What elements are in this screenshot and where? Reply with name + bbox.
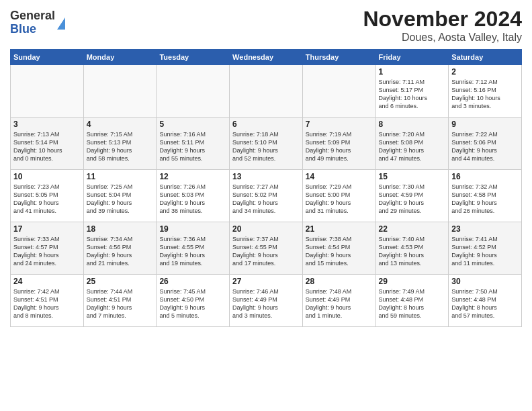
day-info: Sunrise: 7:50 AMSunset: 4:48 PMDaylight:… bbox=[451, 287, 519, 320]
day-number: 12 bbox=[159, 172, 226, 181]
calendar-week-row: 1Sunrise: 7:11 AMSunset: 5:17 PMDaylight… bbox=[11, 65, 522, 118]
day-info: Sunrise: 7:40 AMSunset: 4:53 PMDaylight:… bbox=[379, 235, 446, 268]
day-number: 28 bbox=[306, 277, 373, 286]
table-row bbox=[302, 65, 375, 118]
day-info: Sunrise: 7:34 AMSunset: 4:56 PMDaylight:… bbox=[87, 235, 154, 268]
day-info: Sunrise: 7:25 AMSunset: 5:04 PMDaylight:… bbox=[87, 183, 154, 216]
day-number: 6 bbox=[232, 120, 300, 129]
header: General Blue November 2024 Doues, Aosta … bbox=[10, 7, 522, 44]
day-number: 27 bbox=[232, 277, 300, 286]
day-number: 16 bbox=[451, 172, 519, 181]
title-block: November 2024 Doues, Aosta Valley, Italy bbox=[363, 7, 522, 44]
table-row: 9Sunrise: 7:22 AMSunset: 5:06 PMDaylight… bbox=[449, 118, 522, 170]
table-row: 17Sunrise: 7:33 AMSunset: 4:57 PMDayligh… bbox=[11, 222, 84, 275]
table-row: 2Sunrise: 7:12 AMSunset: 5:16 PMDaylight… bbox=[449, 65, 522, 118]
day-number: 22 bbox=[379, 224, 446, 234]
day-info: Sunrise: 7:36 AMSunset: 4:55 PMDaylight:… bbox=[159, 235, 226, 268]
table-row: 26Sunrise: 7:45 AMSunset: 4:50 PMDayligh… bbox=[157, 275, 230, 327]
day-number: 5 bbox=[159, 120, 226, 129]
logo-text: General Blue bbox=[10, 9, 55, 36]
table-row: 1Sunrise: 7:11 AMSunset: 5:17 PMDaylight… bbox=[375, 65, 449, 118]
table-row: 24Sunrise: 7:42 AMSunset: 4:51 PMDayligh… bbox=[11, 275, 84, 327]
day-info: Sunrise: 7:42 AMSunset: 4:51 PMDaylight:… bbox=[13, 287, 81, 320]
col-thursday: Thursday bbox=[302, 50, 375, 65]
day-info: Sunrise: 7:23 AMSunset: 5:05 PMDaylight:… bbox=[13, 183, 81, 216]
table-row: 4Sunrise: 7:15 AMSunset: 5:13 PMDaylight… bbox=[83, 118, 157, 170]
table-row: 10Sunrise: 7:23 AMSunset: 5:05 PMDayligh… bbox=[11, 170, 84, 222]
table-row: 3Sunrise: 7:13 AMSunset: 5:14 PMDaylight… bbox=[11, 118, 84, 170]
col-monday: Monday bbox=[83, 50, 157, 65]
table-row: 6Sunrise: 7:18 AMSunset: 5:10 PMDaylight… bbox=[230, 118, 303, 170]
table-row: 27Sunrise: 7:46 AMSunset: 4:49 PMDayligh… bbox=[230, 275, 303, 327]
day-info: Sunrise: 7:48 AMSunset: 4:49 PMDaylight:… bbox=[306, 287, 373, 320]
day-number: 15 bbox=[379, 172, 446, 181]
day-number: 4 bbox=[87, 120, 154, 129]
day-info: Sunrise: 7:16 AMSunset: 5:11 PMDaylight:… bbox=[159, 130, 226, 163]
calendar-week-row: 17Sunrise: 7:33 AMSunset: 4:57 PMDayligh… bbox=[11, 222, 522, 275]
day-number: 25 bbox=[87, 277, 154, 286]
day-number: 24 bbox=[13, 277, 81, 286]
table-row bbox=[11, 65, 84, 118]
table-row bbox=[230, 65, 303, 118]
page-title: November 2024 bbox=[363, 7, 522, 32]
table-row: 5Sunrise: 7:16 AMSunset: 5:11 PMDaylight… bbox=[157, 118, 230, 170]
table-row: 21Sunrise: 7:38 AMSunset: 4:54 PMDayligh… bbox=[302, 222, 375, 275]
day-info: Sunrise: 7:45 AMSunset: 4:50 PMDaylight:… bbox=[159, 287, 226, 320]
table-row: 19Sunrise: 7:36 AMSunset: 4:55 PMDayligh… bbox=[157, 222, 230, 275]
table-row: 8Sunrise: 7:20 AMSunset: 5:08 PMDaylight… bbox=[375, 118, 449, 170]
calendar-week-row: 10Sunrise: 7:23 AMSunset: 5:05 PMDayligh… bbox=[11, 170, 522, 222]
col-sunday: Sunday bbox=[11, 50, 84, 65]
day-info: Sunrise: 7:27 AMSunset: 5:02 PMDaylight:… bbox=[232, 183, 300, 216]
day-number: 19 bbox=[159, 224, 226, 234]
table-row: 13Sunrise: 7:27 AMSunset: 5:02 PMDayligh… bbox=[230, 170, 303, 222]
day-info: Sunrise: 7:12 AMSunset: 5:16 PMDaylight:… bbox=[451, 78, 519, 111]
col-tuesday: Tuesday bbox=[157, 50, 230, 65]
table-row: 18Sunrise: 7:34 AMSunset: 4:56 PMDayligh… bbox=[83, 222, 157, 275]
day-info: Sunrise: 7:30 AMSunset: 4:59 PMDaylight:… bbox=[379, 183, 446, 216]
day-info: Sunrise: 7:29 AMSunset: 5:00 PMDaylight:… bbox=[306, 183, 373, 216]
day-number: 13 bbox=[232, 172, 300, 181]
calendar-week-row: 3Sunrise: 7:13 AMSunset: 5:14 PMDaylight… bbox=[11, 118, 522, 170]
table-row: 15Sunrise: 7:30 AMSunset: 4:59 PMDayligh… bbox=[375, 170, 449, 222]
table-row bbox=[83, 65, 157, 118]
day-info: Sunrise: 7:44 AMSunset: 4:51 PMDaylight:… bbox=[87, 287, 154, 320]
col-wednesday: Wednesday bbox=[230, 50, 303, 65]
day-number: 1 bbox=[379, 67, 446, 77]
day-number: 29 bbox=[379, 277, 446, 286]
day-info: Sunrise: 7:18 AMSunset: 5:10 PMDaylight:… bbox=[232, 130, 300, 163]
day-number: 14 bbox=[306, 172, 373, 181]
calendar-table: Sunday Monday Tuesday Wednesday Thursday… bbox=[10, 49, 522, 327]
table-row: 25Sunrise: 7:44 AMSunset: 4:51 PMDayligh… bbox=[83, 275, 157, 327]
day-number: 10 bbox=[13, 172, 81, 181]
table-row bbox=[157, 65, 230, 118]
table-row: 23Sunrise: 7:41 AMSunset: 4:52 PMDayligh… bbox=[449, 222, 522, 275]
table-row: 20Sunrise: 7:37 AMSunset: 4:55 PMDayligh… bbox=[230, 222, 303, 275]
table-row: 12Sunrise: 7:26 AMSunset: 5:03 PMDayligh… bbox=[157, 170, 230, 222]
day-number: 23 bbox=[451, 224, 519, 234]
day-info: Sunrise: 7:19 AMSunset: 5:09 PMDaylight:… bbox=[306, 130, 373, 163]
day-number: 18 bbox=[87, 224, 154, 234]
page-container: General Blue November 2024 Doues, Aosta … bbox=[0, 0, 532, 330]
table-row: 28Sunrise: 7:48 AMSunset: 4:49 PMDayligh… bbox=[302, 275, 375, 327]
page-subtitle: Doues, Aosta Valley, Italy bbox=[363, 32, 522, 44]
logo-blue: Blue bbox=[10, 23, 55, 36]
day-info: Sunrise: 7:46 AMSunset: 4:49 PMDaylight:… bbox=[232, 287, 300, 320]
day-number: 8 bbox=[379, 120, 446, 129]
day-number: 11 bbox=[87, 172, 154, 181]
day-number: 26 bbox=[159, 277, 226, 286]
logo-general: General bbox=[10, 9, 55, 23]
logo: General Blue bbox=[10, 9, 65, 36]
col-saturday: Saturday bbox=[449, 50, 522, 65]
day-info: Sunrise: 7:22 AMSunset: 5:06 PMDaylight:… bbox=[451, 130, 519, 163]
day-number: 9 bbox=[451, 120, 519, 129]
day-info: Sunrise: 7:38 AMSunset: 4:54 PMDaylight:… bbox=[306, 235, 373, 268]
day-info: Sunrise: 7:41 AMSunset: 4:52 PMDaylight:… bbox=[451, 235, 519, 268]
day-number: 20 bbox=[232, 224, 300, 234]
day-info: Sunrise: 7:13 AMSunset: 5:14 PMDaylight:… bbox=[13, 130, 81, 163]
table-row: 30Sunrise: 7:50 AMSunset: 4:48 PMDayligh… bbox=[449, 275, 522, 327]
day-number: 3 bbox=[13, 120, 81, 129]
day-number: 30 bbox=[451, 277, 519, 286]
table-row: 7Sunrise: 7:19 AMSunset: 5:09 PMDaylight… bbox=[302, 118, 375, 170]
table-row: 14Sunrise: 7:29 AMSunset: 5:00 PMDayligh… bbox=[302, 170, 375, 222]
day-number: 7 bbox=[306, 120, 373, 129]
